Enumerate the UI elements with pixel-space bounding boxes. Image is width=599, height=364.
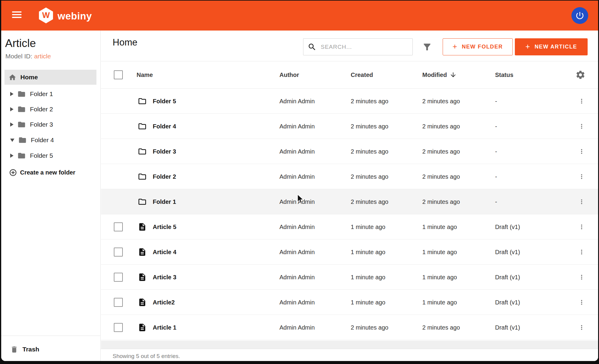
create-new-folder-button[interactable]: Create a new folder <box>4 165 96 180</box>
filter-icon[interactable] <box>422 42 432 52</box>
document-icon <box>138 248 147 257</box>
chevron-right-icon[interactable] <box>10 92 13 96</box>
select-all-checkbox[interactable] <box>114 70 123 79</box>
power-icon <box>575 11 585 20</box>
model-title: Article <box>5 37 36 50</box>
column-header-status[interactable]: Status <box>495 72 513 78</box>
entries-summary: Showing 5 out of 5 entries. <box>113 353 180 360</box>
folder-outline-icon <box>138 197 147 206</box>
app-window: W webiny Article Model ID:article Home F… <box>1 1 598 361</box>
trash-button[interactable]: Trash <box>4 342 96 357</box>
top-navigation-bar: W webiny <box>1 1 598 31</box>
chevron-down-icon[interactable] <box>10 139 14 142</box>
model-id-label: Model ID: <box>5 53 32 60</box>
plus-circle-icon <box>9 169 17 177</box>
search-box <box>303 38 413 55</box>
column-header-created[interactable]: Created <box>351 72 373 78</box>
row-checkbox[interactable] <box>114 298 123 307</box>
row-checkbox[interactable] <box>114 323 123 332</box>
plus-icon: + <box>453 42 458 51</box>
new-folder-button[interactable]: + NEW FOLDER <box>443 38 513 55</box>
model-id: Model ID:article <box>5 53 51 60</box>
document-icon <box>138 222 147 231</box>
table-settings-gear-icon[interactable] <box>575 70 586 80</box>
sidebar-item-home[interactable]: Home <box>4 70 96 85</box>
column-header-modified[interactable]: Modified <box>422 71 457 78</box>
table-row[interactable]: Article 3 Admin Admin 1 minute ago 1 min… <box>101 265 598 290</box>
chevron-right-icon[interactable] <box>10 107 13 111</box>
column-header-author[interactable]: Author <box>279 72 299 78</box>
document-icon <box>138 273 147 282</box>
folder-outline-icon <box>138 147 147 156</box>
new-article-button[interactable]: + NEW ARTICLE <box>515 38 588 55</box>
sidebar-item-folder-1[interactable]: Folder 1 <box>4 87 96 101</box>
table-row[interactable]: Folder 2 Admin Admin 2 minutes ago 2 min… <box>101 164 598 189</box>
plus-icon: + <box>525 42 530 51</box>
row-menu-icon[interactable] <box>578 173 585 180</box>
folder-outline-icon <box>138 172 147 181</box>
table-row[interactable]: Article 1 Admin Admin 2 minutes ago 2 mi… <box>101 315 598 340</box>
status-badge: Draft (v1) <box>495 274 520 280</box>
document-icon <box>138 323 147 332</box>
folder-icon <box>17 120 26 129</box>
folder-outline-icon <box>138 122 147 131</box>
user-avatar[interactable] <box>571 7 588 24</box>
row-checkbox[interactable] <box>114 222 123 231</box>
sort-descending-icon <box>450 71 457 78</box>
folder-icon <box>18 136 27 144</box>
sidebar-item-folder-4[interactable]: Folder 4 <box>4 133 96 148</box>
webiny-logo-icon[interactable]: W <box>39 7 53 23</box>
table-header: Name Author Created Modified Status <box>101 61 598 89</box>
status-badge: Draft (v1) <box>495 223 520 230</box>
sidebar-item-folder-2[interactable]: Folder 2 <box>4 102 96 117</box>
breadcrumb: Home <box>113 37 137 48</box>
row-menu-icon[interactable] <box>578 324 585 331</box>
table-row[interactable]: Article2 Admin Admin 1 minute ago 1 minu… <box>101 290 598 315</box>
model-id-value[interactable]: article <box>34 53 51 60</box>
table-row[interactable]: Article 4 Admin Admin 1 minute ago 1 min… <box>101 239 598 265</box>
table-row[interactable]: Folder 1 Admin Admin 2 minutes ago 2 min… <box>101 189 598 214</box>
row-checkbox[interactable] <box>114 248 123 257</box>
column-header-name[interactable]: Name <box>137 72 153 78</box>
folder-outline-icon <box>138 97 147 106</box>
sidebar-footer: Trash <box>1 336 100 336</box>
horizontal-scrollbar[interactable] <box>101 341 598 349</box>
status-badge: Draft (v1) <box>495 299 520 306</box>
folder-icon <box>17 105 26 113</box>
search-icon <box>308 43 317 51</box>
chevron-right-icon[interactable] <box>10 122 13 127</box>
sidebar-item-folder-5[interactable]: Folder 5 <box>4 148 96 163</box>
table-row[interactable]: Article 5 Admin Admin 1 minute ago 1 min… <box>101 214 598 239</box>
table-row[interactable]: Folder 4 Admin Admin 2 minutes ago 2 min… <box>101 114 598 139</box>
sidebar-item-folder-3[interactable]: Folder 3 <box>4 117 96 132</box>
status-badge: Draft (v1) <box>495 324 520 331</box>
row-menu-icon[interactable] <box>578 198 585 205</box>
status-badge: Draft (v1) <box>495 248 520 255</box>
home-icon <box>8 73 16 81</box>
row-menu-icon[interactable] <box>578 123 585 130</box>
document-icon <box>138 298 147 307</box>
search-input[interactable] <box>321 44 402 50</box>
row-menu-icon[interactable] <box>578 98 585 105</box>
main-content: Home + NEW FOLDER + NEW ARTICLE Name Aut… <box>101 31 598 361</box>
folder-icon <box>17 151 26 160</box>
row-menu-icon[interactable] <box>578 148 585 155</box>
table-row[interactable]: Folder 5 Admin Admin 2 minutes ago 2 min… <box>101 89 598 114</box>
sidebar: Article Model ID:article Home Folder 1 F… <box>1 31 101 361</box>
table-footer: Showing 5 out of 5 entries. <box>101 349 598 361</box>
row-checkbox[interactable] <box>114 273 123 282</box>
trash-icon <box>10 345 18 354</box>
folder-icon <box>17 90 26 98</box>
row-menu-icon[interactable] <box>578 299 585 306</box>
row-menu-icon[interactable] <box>578 248 585 256</box>
menu-icon[interactable] <box>12 11 22 20</box>
row-menu-icon[interactable] <box>578 223 585 230</box>
table-row[interactable]: Folder 3 Admin Admin 2 minutes ago 2 min… <box>101 139 598 164</box>
brand-name: webiny <box>58 10 92 22</box>
row-menu-icon[interactable] <box>578 274 585 281</box>
chevron-right-icon[interactable] <box>10 154 13 158</box>
